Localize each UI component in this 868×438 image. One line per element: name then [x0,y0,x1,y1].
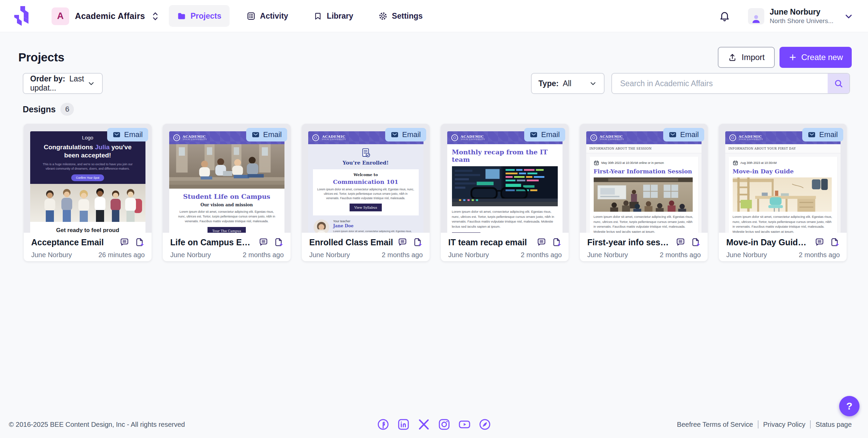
privacy-policy-link[interactable]: Privacy Policy [763,421,805,429]
design-card-move-in-day-guide-email[interactable]: Email ACADEMICYOUR UNIVERSITY Lorem i...… [719,124,847,261]
tab-label: Projects [191,12,221,21]
beefree-logo[interactable] [10,4,31,28]
beefree-blog-quill-icon[interactable] [478,418,492,431]
design-title: Life on Campus Email [170,237,255,247]
user-name: June Norbury [770,7,833,17]
copy-to-project-icon[interactable] [413,237,423,247]
university-seal-icon [729,134,736,141]
import-button[interactable]: Import [718,47,775,68]
terms-of-service-link[interactable]: Beefree Terms of Service [677,421,753,429]
type-value: All [563,79,572,88]
workspace-selector[interactable]: A Academic Affairs [52,0,160,32]
type-label: Type: [538,79,559,88]
page-footer: © 2016-2025 BEE Content Design, Inc - Al… [0,411,868,438]
design-card-acceptance-email[interactable]: Email Logo Congratulations Julia you've … [24,124,152,261]
envelope-icon [669,131,677,139]
bookmark-icon [313,12,322,21]
design-updated-time: 2 months ago [382,251,423,259]
comments-icon[interactable] [675,237,686,247]
university-seal-icon [173,134,180,141]
tab-activity[interactable]: Activity [238,5,296,27]
gear-icon [378,12,388,21]
comments-icon[interactable] [536,237,547,247]
copy-to-project-icon[interactable] [691,237,701,247]
chevron-down-icon [589,79,597,88]
top-bar: A Academic Affairs Projects [0,0,868,32]
linkedin-icon[interactable] [397,418,410,431]
import-label: Import [742,53,765,62]
comments-icon[interactable] [397,237,408,247]
folder-icon [177,12,186,21]
workspace-name: Academic Affairs [75,11,145,21]
university-seal-icon [312,134,319,141]
create-new-button[interactable]: Create new [780,47,852,68]
search-button[interactable] [828,74,849,93]
x-icon[interactable] [417,418,431,431]
design-updated-time: 2 months ago [521,251,562,259]
envelope-icon [530,131,538,139]
help-button[interactable]: ? [839,396,860,416]
user-menu[interactable]: June Norbury North Shore Univers... [748,7,854,25]
design-author: June Norbury [726,251,767,259]
copy-to-project-icon[interactable] [135,237,145,247]
notifications-bell-icon[interactable] [719,11,730,22]
enrolled-document-icon [308,144,423,158]
chevron-down-icon [87,79,95,88]
design-title: Enrolled Class Email [309,237,393,247]
social-links [376,418,492,431]
copy-to-project-icon[interactable] [552,237,562,247]
design-author: June Norbury [170,251,211,259]
students-photo [30,184,145,222]
badge-label: Email [402,130,421,139]
dorm-room-photo [733,177,833,212]
user-organization: North Shore Univers... [770,17,833,25]
copy-to-project-icon[interactable] [830,237,840,247]
tab-library[interactable]: Library [305,5,361,27]
facebook-icon[interactable] [376,418,390,431]
divider [810,420,811,429]
email-type-badge: Email [385,128,426,141]
design-card-first-year-info-session-email[interactable]: Email ACADEMICYOUR UNIVERSITY Lorem i...… [580,124,708,261]
design-author: June Norbury [448,251,489,259]
envelope-icon [252,131,260,139]
design-card-it-team-recap-email[interactable]: Email ACADEMICYOUR UNIVERSITY Lorem i...… [441,124,569,261]
instagram-icon[interactable] [437,418,451,431]
tab-label: Settings [392,12,423,21]
order-by-select[interactable]: Order by:Last updat... [23,73,103,94]
design-updated-time: 26 minutes ago [98,251,145,259]
tab-projects[interactable]: Projects [169,5,230,27]
comments-icon[interactable] [119,237,130,247]
badge-label: Email [263,130,282,139]
university-seal-icon [590,134,597,141]
copy-to-project-icon[interactable] [274,237,284,247]
code-screens-photo [452,166,558,206]
type-select[interactable]: Type:All [531,73,605,94]
design-title: Acceptance Email [31,237,104,247]
design-card-enrolled-class-email[interactable]: Email ACADEMICYOUR UNIVERSITY Name of St… [302,124,430,261]
design-updated-time: 2 months ago [243,251,284,259]
campus-photo [169,144,284,189]
badge-label: Email [819,130,838,139]
copyright-text: © 2016-2025 BEE Content Design, Inc - Al… [9,421,185,429]
email-cta-button: Confirm Your Spot [71,174,104,181]
comments-icon[interactable] [258,237,269,247]
envelope-icon [391,131,399,139]
plus-icon [788,53,797,62]
design-updated-time: 2 months ago [799,251,840,259]
comments-icon[interactable] [814,237,825,247]
badge-label: Email [680,130,699,139]
tab-settings[interactable]: Settings [370,5,431,27]
design-card-life-on-campus-email[interactable]: Email ACADEMICYOUR UNIVERSITY Lorem i... [163,124,291,261]
email-type-badge: Email [107,128,148,141]
designs-label: Designs [23,104,56,114]
envelope-icon [808,131,816,139]
youtube-icon[interactable] [458,418,471,431]
search-input[interactable] [612,74,828,93]
envelope-icon [113,131,121,139]
status-page-link[interactable]: Status page [815,421,852,429]
main-nav: Projects Activity Library [169,5,431,27]
badge-label: Email [541,130,560,139]
calendar-icon [733,160,738,166]
page-title: Projects [18,51,64,64]
email-cta-button: Tour The Campus [208,227,246,233]
